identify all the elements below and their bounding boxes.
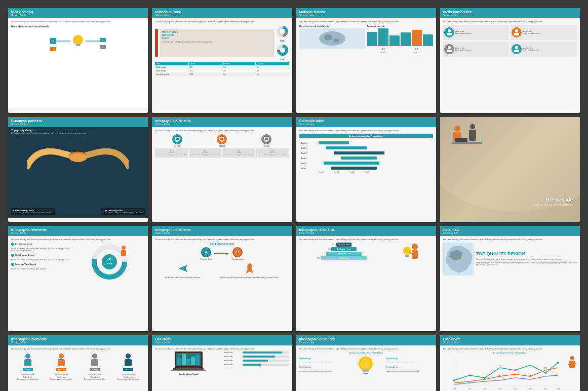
slide-11[interactable]: Infographic elements Slide sub title Our… — [296, 226, 436, 331]
conf-avatar-2 — [512, 27, 522, 37]
bar-1 — [367, 32, 377, 46]
slide-13[interactable]: Infographic elements Slide sub title Our… — [8, 335, 148, 391]
s15-d4: Catch the feel of design in contemporary… — [386, 371, 433, 372]
slide-16-subtitle: Slide sub title — [443, 341, 577, 344]
slide-5-section-label: Top quality design — [8, 127, 148, 132]
laptop-bar-5 — [195, 355, 200, 365]
slide-4-header: Ideas conference Slide sub title — [440, 8, 580, 18]
slide-14-body: Our user-friendly and functional search … — [152, 345, 292, 391]
table-header-2: Number — [189, 62, 222, 65]
conf-item-4: Visual trendsLorem ipsum description — [511, 42, 577, 57]
slide-4-desc: Our user-friendly and functional search … — [443, 20, 577, 23]
svg-text:Task 6: Task 6 — [301, 167, 307, 170]
prog-bg-3 — [243, 360, 289, 362]
svg-text:Head05: Head05 — [349, 171, 355, 173]
slide-12[interactable]: Asia map Slide sub title Our user-friend… — [440, 226, 580, 331]
slide-4[interactable]: Ideas conference Slide sub title Our use… — [440, 8, 580, 113]
table-row-3-4: Yes — [256, 73, 289, 76]
svg-text:Task 1: Task 1 — [301, 142, 307, 144]
slide-11-pyramid: 01 Top quality design 02 Eye-Catching Vi… — [299, 243, 384, 273]
conf-item-2: Visual trendsLorem ipsum description — [511, 25, 577, 40]
pyr-block-2: Eye-Catching Visual — [331, 247, 357, 251]
sub-label-4: Stylish designContemporary colors and st… — [111, 376, 145, 380]
slide-15-right: Stylish design Catch the feel of design … — [386, 351, 433, 378]
slide-3-content: More choices and visual trends Top quali… — [299, 25, 433, 54]
icon-desc-2: Provide a completely presentation graphi… — [220, 277, 279, 279]
slide-2-notebook-body: Lorem ipsum text content about templates… — [162, 41, 272, 43]
slide-16[interactable]: Line chart Slide sub title Our user-frie… — [440, 335, 580, 391]
slide-2-pct2: 80% — [280, 58, 284, 61]
handshake-svg — [27, 136, 129, 169]
slide-10-icons: Provide a completely presentation graphi… — [155, 262, 289, 279]
pyr-num-2: 02 — [326, 248, 330, 250]
slide-5-header: Business partners Slide sub title — [8, 117, 148, 127]
slide-5-subtitle: Slide sub title — [11, 123, 145, 126]
slide-7-body: Our user-friendly and functional search … — [296, 127, 436, 217]
slide-12-desc: Our user-friendly and functional search … — [443, 238, 577, 241]
slide-4-title: Ideas conference — [443, 10, 577, 14]
table-row-1-2: 100 — [189, 66, 222, 69]
slide-10[interactable]: Infographic elements Slide sub title Our… — [152, 226, 292, 331]
svg-text:2014: 2014 — [556, 388, 560, 390]
person-val-3: Value 03 — [90, 368, 100, 371]
svg-text:0.6: 0.6 — [544, 367, 547, 369]
table-row-2-4: Yes — [256, 69, 289, 72]
svg-point-75 — [25, 354, 30, 359]
inf-label-2: DESIGN — [219, 145, 225, 147]
person-val-2: Value 02 — [56, 368, 66, 371]
slide-6[interactable]: Infographic elements Slide sub title Our… — [152, 117, 292, 222]
slide-16-title: Line chart — [443, 337, 577, 341]
conf-text-4: Visual trendsLorem ipsum description — [523, 47, 539, 51]
slide-9-content: Eye-Catching Visual Provide a completely… — [11, 243, 145, 281]
slide-10-subtitle: Slide sub title — [155, 231, 289, 234]
slide-15-content: Stylish design Catch the feel of design … — [299, 351, 433, 378]
svg-rect-72 — [405, 255, 409, 257]
slide-5[interactable]: Business partners Slide sub title Top qu… — [8, 117, 148, 222]
slide-14-title: Bar chart — [155, 337, 289, 341]
slide-3[interactable]: Material survey Slide sub title Our user… — [296, 8, 436, 113]
s15-d2: Catch the feel of design in contemporary… — [299, 371, 346, 372]
slide-1-section: More choices and visual trends — [11, 25, 145, 28]
slide-16-body: Our user-friendly and functional search … — [440, 345, 580, 391]
slide-1[interactable]: Idea deriving Slide sub title Our user-f… — [8, 8, 148, 113]
slide-3-title: Material survey — [299, 10, 433, 14]
slide-2-desc: Our user-friendly and functional search … — [155, 20, 289, 23]
slide-8[interactable]: Break slide A SUBTITLE GOES IN THE PRESE… — [440, 117, 580, 222]
person-icon-4 — [514, 46, 520, 53]
bar-5 — [412, 30, 422, 46]
svg-point-23 — [448, 46, 451, 49]
svg-text:Task 2: Task 2 — [301, 147, 307, 149]
stat-2: 4.5 — [401, 48, 433, 51]
gantt-svg: Task 1 Task 2 Task 3 Task 4 Task 5 Task … — [301, 140, 412, 173]
svg-point-101 — [557, 362, 559, 364]
svg-rect-57 — [455, 138, 467, 142]
svg-point-103 — [529, 375, 531, 377]
slide-12-header: Asia map Slide sub title — [440, 226, 580, 236]
bar-4 — [401, 32, 411, 46]
svg-point-71 — [403, 247, 411, 255]
svg-point-84 — [361, 359, 371, 369]
svg-point-15 — [280, 48, 285, 53]
slide-2[interactable]: Material survey Slide sub title Our user… — [152, 8, 292, 113]
slide-4-grid: Visual trendsLorem ipsum description Vis… — [443, 25, 577, 57]
slide-15[interactable]: Infographic elements Slide sub title Our… — [296, 335, 436, 391]
slide-12-subtitle: Slide sub title — [443, 231, 577, 234]
svg-rect-82 — [125, 359, 132, 366]
svg-rect-69 — [412, 250, 418, 259]
slide-9[interactable]: Infographic elements Slide sub title Our… — [8, 226, 148, 331]
person-chart-icon — [567, 356, 577, 371]
slide-13-subtitle: Slide sub title — [11, 341, 145, 344]
slide-2-charts: 60% 80% — [276, 25, 289, 61]
icon-item-2: Provide a completely presentation graphi… — [220, 262, 279, 279]
svg-rect-43 — [324, 162, 379, 165]
svg-rect-30 — [220, 137, 224, 140]
slide-7[interactable]: Schedule table Slide sub title Our user-… — [296, 117, 436, 222]
slide-14[interactable]: Bar chart Slide sub title Our user-frien… — [152, 335, 292, 391]
bar-6 — [423, 34, 433, 46]
slide-9-visual: Top quality — [73, 243, 145, 281]
dot-3 — [11, 263, 14, 266]
prog-row-2: Visual trends — [224, 356, 289, 358]
table-row-3-3: Yes — [222, 73, 255, 76]
dot-2 — [11, 254, 14, 257]
slide-13-title: Infographic elements — [11, 337, 145, 341]
